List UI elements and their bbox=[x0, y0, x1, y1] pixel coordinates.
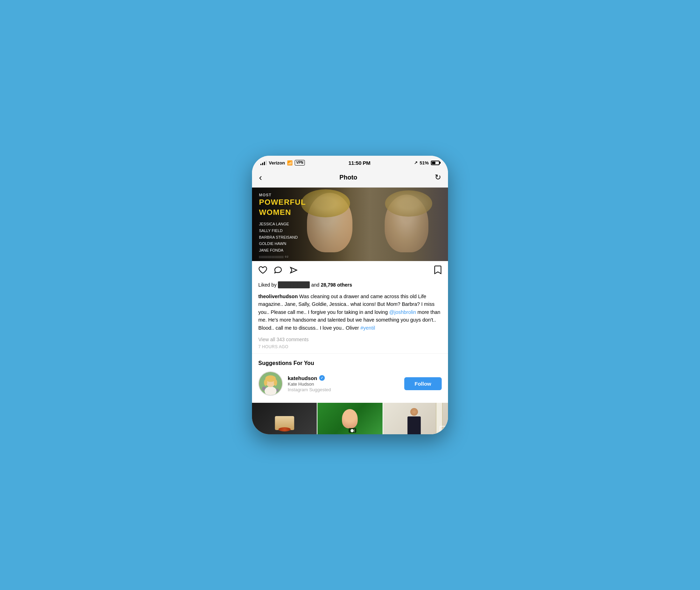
action-icons bbox=[258, 266, 298, 276]
verified-badge: ✓ bbox=[319, 375, 325, 381]
nav-bar: ‹ Photo ↻ bbox=[252, 169, 448, 188]
mag-text: MOST POWERFUL WOMEN JESSICA LANGE SALLY … bbox=[259, 192, 306, 254]
action-row bbox=[252, 261, 448, 281]
mag-names: JESSICA LANGE SALLY FIELD BARBRA STREISA… bbox=[259, 221, 306, 253]
status-left: Verizon 📶 VPN bbox=[260, 160, 305, 166]
signal-bar-2 bbox=[262, 163, 263, 165]
signal-bar-3 bbox=[264, 162, 265, 165]
location-icon: ↗ bbox=[414, 160, 418, 165]
suggestion-avatar[interactable] bbox=[258, 371, 283, 396]
refresh-button[interactable]: ↻ bbox=[435, 173, 441, 182]
thumb2-inner: ⬤| bbox=[342, 403, 358, 434]
likes-text: Liked by ████████ and 28,798 others bbox=[258, 282, 352, 288]
comment-button[interactable] bbox=[274, 266, 283, 276]
suggestion-source: Instagram Suggested bbox=[288, 387, 399, 392]
svg-point-6 bbox=[264, 379, 267, 386]
thumb3-person bbox=[408, 408, 421, 434]
post-timestamp: 7 hours ago bbox=[252, 343, 448, 353]
follow-button[interactable]: Follow bbox=[404, 377, 442, 390]
camera-icon: ⬤| bbox=[350, 429, 355, 432]
view-comments-link[interactable]: View all 343 comments bbox=[252, 335, 448, 343]
verified-checkmark: ✓ bbox=[321, 376, 323, 380]
share-button[interactable] bbox=[289, 266, 298, 276]
caption-area: theoliverhudson Was cleaning out a drawe… bbox=[252, 291, 448, 335]
status-bar: Verizon 📶 VPN 11:50 PM ↗ 51% bbox=[252, 156, 448, 169]
thumbnail-3[interactable] bbox=[383, 403, 448, 434]
content-area: MOST POWERFUL WOMEN JESSICA LANGE SALLY … bbox=[252, 188, 448, 434]
likes-username[interactable]: ████████ bbox=[278, 281, 310, 288]
svg-point-7 bbox=[274, 379, 277, 386]
thumb3-square bbox=[440, 426, 446, 432]
suggestions-title: Suggestions For You bbox=[258, 360, 442, 366]
thumbnail-row: ⬤| bbox=[252, 403, 448, 434]
battery-icon bbox=[431, 161, 440, 165]
caption-mention[interactable]: @joshbrolin bbox=[389, 309, 416, 315]
likes-count: 28,798 others bbox=[321, 282, 352, 288]
suggestions-section: Suggestions For You bbox=[252, 354, 448, 399]
mag-most: MOST bbox=[259, 192, 306, 197]
person-head bbox=[411, 408, 418, 416]
time-display: 11:50 PM bbox=[349, 160, 371, 166]
barcode: ||||||||||||||||||||||| 02 bbox=[259, 255, 289, 258]
camera-badge: ⬤| bbox=[349, 428, 356, 433]
back-button[interactable]: ‹ bbox=[259, 172, 262, 183]
caption-hashtag[interactable]: #yentil bbox=[360, 325, 375, 331]
wifi-icon: 📶 bbox=[287, 160, 293, 166]
likes-row: Liked by ████████ and 28,798 others bbox=[252, 281, 448, 291]
signal-bar-1 bbox=[260, 164, 261, 165]
mag-women: WOMEN bbox=[259, 208, 306, 218]
mag-powerful: POWERFUL bbox=[259, 197, 306, 208]
caption-text: theoliverhudson Was cleaning out a drawe… bbox=[258, 293, 442, 332]
carrier-label: Verizon bbox=[269, 160, 285, 166]
battery-indicator bbox=[431, 161, 440, 165]
thumb2-baby bbox=[342, 409, 358, 428]
bookmark-button[interactable] bbox=[434, 265, 442, 276]
thumb1-meat bbox=[278, 427, 290, 431]
suggestion-item: katehudson ✓ Kate Hudson Instagram Sugge… bbox=[258, 371, 442, 396]
vpn-badge: VPN bbox=[295, 160, 305, 166]
battery-percent: 51% bbox=[420, 160, 429, 166]
suggestion-fullname: Kate Hudson bbox=[288, 381, 399, 387]
suggestion-handle[interactable]: katehudson bbox=[288, 375, 317, 381]
svg-point-3 bbox=[265, 387, 276, 396]
signal-bars bbox=[260, 160, 267, 165]
post-image: MOST POWERFUL WOMEN JESSICA LANGE SALLY … bbox=[252, 188, 448, 261]
post-username[interactable]: theoliverhudson bbox=[258, 294, 298, 299]
battery-fill bbox=[432, 162, 435, 164]
thumbnail-1[interactable] bbox=[252, 403, 317, 434]
person-body bbox=[408, 416, 421, 434]
magazine-cover: MOST POWERFUL WOMEN JESSICA LANGE SALLY … bbox=[252, 188, 448, 261]
nav-title: Photo bbox=[340, 174, 357, 181]
suggestion-name-row: katehudson ✓ bbox=[288, 375, 399, 381]
suggestion-info: katehudson ✓ Kate Hudson Instagram Sugge… bbox=[288, 375, 399, 392]
avatar-image bbox=[259, 372, 282, 395]
phone-frame: Verizon 📶 VPN 11:50 PM ↗ 51% ‹ Photo ↻ bbox=[252, 156, 448, 434]
status-right: ↗ 51% bbox=[414, 160, 440, 166]
like-button[interactable] bbox=[258, 266, 267, 276]
signal-bar-4 bbox=[266, 161, 267, 165]
thumbnail-2[interactable]: ⬤| bbox=[317, 403, 382, 434]
